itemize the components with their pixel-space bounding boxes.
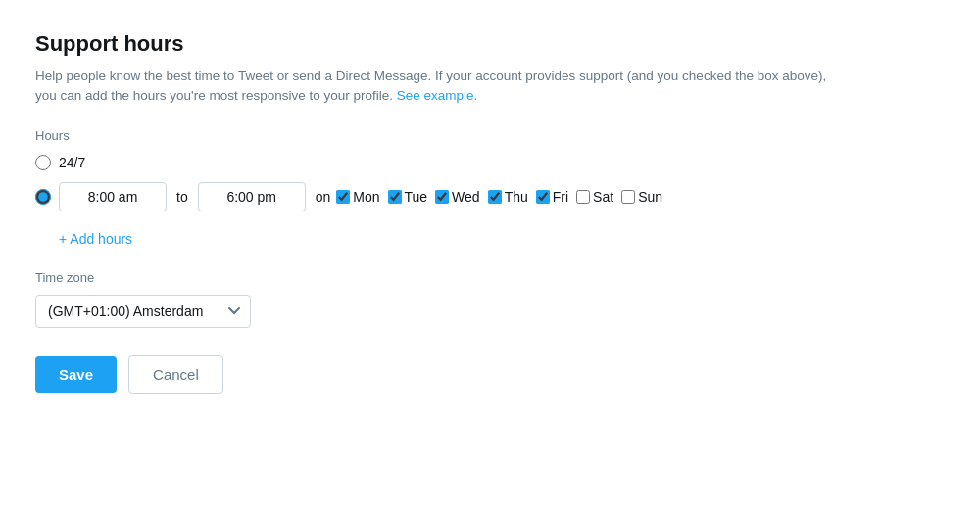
radio-247-label: 24/7 [59, 155, 85, 170]
label-thu: Thu [505, 189, 528, 205]
cancel-button[interactable]: Cancel [128, 355, 223, 394]
checkbox-mon[interactable] [336, 190, 350, 204]
day-item-fri: Fri [536, 189, 572, 205]
page-title: Support hours [35, 31, 945, 57]
label-tue: Tue [405, 189, 428, 205]
hours-label: Hours [35, 128, 945, 143]
day-item-sat: Sat [576, 189, 617, 205]
add-hours-button[interactable]: + Add hours [59, 231, 132, 247]
checkbox-sat[interactable] [576, 190, 590, 204]
label-mon: Mon [353, 189, 379, 205]
time-to-input[interactable] [198, 182, 306, 211]
timezone-select[interactable]: (GMT+01:00) Amsterdam [35, 295, 251, 328]
to-label: to [176, 189, 188, 205]
label-fri: Fri [553, 189, 568, 205]
day-item-mon: Mon [336, 189, 383, 205]
timezone-label: Time zone [35, 270, 945, 285]
checkbox-thu[interactable] [488, 190, 502, 204]
timezone-section: Time zone (GMT+01:00) Amsterdam [35, 270, 945, 328]
checkbox-tue[interactable] [388, 190, 402, 204]
radio-custom[interactable] [35, 189, 51, 205]
save-button[interactable]: Save [35, 356, 117, 393]
description-text: Help people know the best time to Tweet … [35, 67, 839, 107]
on-label: on [316, 189, 331, 205]
hours-section: Hours 24/7 to on MonTueWedThuFriSatSun [35, 128, 945, 211]
checkbox-wed[interactable] [435, 190, 449, 204]
buttons-row: Save Cancel [35, 355, 945, 394]
see-example-link[interactable]: See example. [397, 88, 478, 103]
day-item-thu: Thu [488, 189, 532, 205]
time-from-input[interactable] [59, 182, 167, 211]
label-sat: Sat [593, 189, 613, 205]
checkbox-sun[interactable] [621, 190, 635, 204]
radio-custom-row: to on MonTueWedThuFriSatSun [35, 182, 945, 211]
days-container: MonTueWedThuFriSatSun [336, 189, 666, 205]
day-item-wed: Wed [435, 189, 484, 205]
day-item-sun: Sun [621, 189, 666, 205]
label-wed: Wed [452, 189, 480, 205]
label-sun: Sun [638, 189, 662, 205]
checkbox-fri[interactable] [536, 190, 550, 204]
radio-247[interactable] [35, 155, 51, 170]
day-item-tue: Tue [388, 189, 432, 205]
radio-247-row: 24/7 [35, 155, 945, 170]
